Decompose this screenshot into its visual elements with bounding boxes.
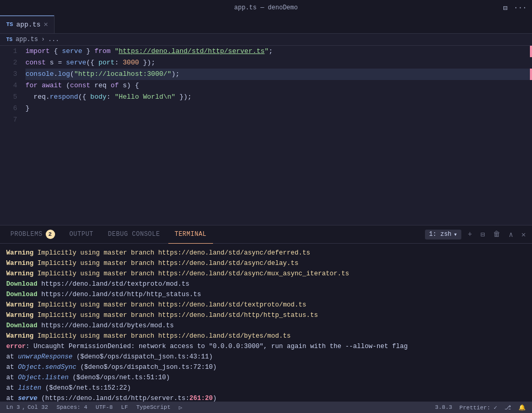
line-num-6: 6 (0, 103, 17, 114)
code-line-2: const s = serve({ port: 3000 }); (25, 57, 532, 69)
tab-app-ts[interactable]: TS app.ts ✕ (0, 15, 55, 33)
token: }); (176, 91, 192, 103)
add-terminal-icon[interactable]: + (466, 228, 474, 241)
error-indicator-1 (530, 46, 532, 57)
panel-actions: 1: zsh ▾ + ⊟ 🗑 ∧ ✕ (425, 228, 528, 241)
token: ( (70, 69, 74, 80)
terminal-line-3: Warning Implicitly using master branch h… (6, 269, 526, 279)
code-line-1: import { serve } from "https://deno.land… (25, 46, 532, 57)
status-spaces: Spaces: 4 (57, 404, 87, 410)
split-editor-icon[interactable]: ⊟ (503, 4, 507, 12)
token: } (82, 46, 94, 57)
panel-tabs: PROBLEMS 2 OUTPUT DEBUG CONSOLE TERMINAL… (0, 225, 532, 244)
token: s) { (118, 80, 139, 91)
token: for (25, 80, 37, 91)
breadcrumb-type: TS (6, 37, 12, 43)
terminal-line-2: Warning Implicitly using master branch h… (6, 258, 526, 269)
token: log (58, 69, 70, 80)
token: "http://localhost:3000/" (74, 69, 171, 80)
tab-type-label: TS (6, 21, 13, 28)
token: req (90, 80, 111, 91)
token: ({ (78, 91, 90, 103)
token: }); (139, 57, 155, 69)
terminal-line-6: Warning Implicitly using master branch h… (6, 300, 526, 310)
tab-close-icon[interactable]: ✕ (44, 21, 48, 28)
title-bar: app.ts — denoDemo ⊟ ··· (0, 0, 532, 16)
terminal-stack-1: at unwrapResponse ($deno$/ops/dispatch_j… (6, 352, 526, 362)
terminal-line-9: Warning Implicitly using master branch h… (6, 331, 526, 341)
token: const (70, 80, 90, 91)
status-git-version: 3.8.3 (435, 404, 452, 410)
terminal-line-8: Download https://deno.land/std/bytes/mod… (6, 321, 526, 331)
terminal-stack-4: at listen ($deno$/net.ts:152:22) (6, 383, 526, 393)
token: import (25, 46, 50, 57)
line-num-7: 7 (0, 114, 17, 126)
status-right: 3.8.3 Prettier: ✓ ⎇ 🔔 (435, 404, 526, 411)
tab-filename: app.ts (16, 21, 41, 29)
code-line-4: for await (const req of s) { (25, 80, 532, 91)
tab-debug-console[interactable]: DEBUG CONSOLE (102, 225, 166, 244)
close-panel-icon[interactable]: ✕ (520, 228, 528, 241)
tab-terminal[interactable]: TERMINAL (168, 225, 213, 244)
token: req. (25, 91, 50, 103)
status-share-icon[interactable]: ⎇ (504, 404, 511, 411)
status-run-icon[interactable]: ▷ (179, 404, 182, 411)
more-actions-icon[interactable]: ··· (514, 4, 527, 12)
breadcrumb-separator: › (41, 36, 45, 43)
token: ({ (86, 57, 98, 69)
tab-problems[interactable]: PROBLEMS 2 (4, 225, 61, 244)
tab-debug-label: DEBUG CONSOLE (108, 231, 160, 238)
breadcrumb-filename: app.ts (16, 36, 38, 43)
kill-terminal-icon[interactable]: 🗑 (491, 228, 502, 241)
token: s = (46, 57, 66, 69)
terminal-selector[interactable]: 1: zsh ▾ (425, 230, 461, 239)
token: serve (62, 46, 82, 57)
token: "Hello World\n" (115, 91, 176, 103)
code-area[interactable]: import { serve } from "https://deno.land… (23, 46, 532, 225)
token: . (54, 69, 58, 80)
terminal-stack-3: at Object.listen ($deno$/ops/net.ts:51:1… (6, 372, 526, 383)
window-title: app.ts — denoDemo (234, 4, 298, 11)
code-line-7 (25, 114, 532, 126)
token: port (98, 57, 114, 69)
token: } (25, 103, 30, 114)
status-encoding: UTF-8 (96, 404, 113, 410)
tab-output-label: OUTPUT (70, 231, 94, 238)
token: body (90, 91, 107, 103)
status-bar: Ln 3, Col 32 Spaces: 4 UTF-8 LF TypeScri… (0, 402, 532, 413)
terminal-stack-2: at Object.sendSync ($deno$/ops/dispatch_… (6, 362, 526, 372)
split-terminal-icon[interactable]: ⊟ (478, 228, 487, 241)
terminal-line-error: error: Uncaught PermissionDenied: networ… (6, 341, 526, 352)
token: await (42, 80, 62, 91)
code-line-3: console.log("http://localhost:3000/"); (25, 69, 532, 80)
code-line-6: } (25, 103, 532, 114)
breadcrumb: TS app.ts › ... (0, 34, 532, 46)
tab-bar: TS app.ts ✕ (0, 16, 532, 34)
token (111, 46, 115, 57)
token: respond (50, 91, 78, 103)
terminal-line-5: Download https://deno.land/std/http/http… (6, 289, 526, 300)
line-num-1: 1 (0, 46, 17, 57)
terminal-content[interactable]: Warning Implicitly using master branch h… (0, 244, 532, 402)
status-bell-icon[interactable]: 🔔 (518, 404, 526, 411)
token: const (25, 57, 46, 69)
token: : (115, 57, 123, 69)
editor: 1 2 3 4 5 6 7 import { serve } from "htt… (0, 46, 532, 225)
status-language[interactable]: TypeScript (136, 404, 170, 410)
status-prettier: Prettier: ✓ (459, 404, 497, 411)
token: 3000 (123, 57, 139, 69)
token: https://deno.land/std/http/server.ts (118, 46, 264, 57)
terminal-name: 1: zsh (429, 231, 451, 238)
line-num-3: 3 (0, 69, 17, 80)
token: ; (269, 46, 273, 57)
status-col: Col 32 (28, 404, 48, 410)
token: of (111, 80, 119, 91)
maximize-panel-icon[interactable]: ∧ (507, 228, 515, 241)
terminal-line-7: Warning Implicitly using master branch h… (6, 310, 526, 321)
tab-output[interactable]: OUTPUT (63, 225, 100, 244)
line-num-5: 5 (0, 91, 17, 103)
error-indicator-3 (530, 69, 532, 80)
token: from (95, 46, 111, 57)
token: ( (62, 80, 70, 91)
token: " (264, 46, 269, 57)
